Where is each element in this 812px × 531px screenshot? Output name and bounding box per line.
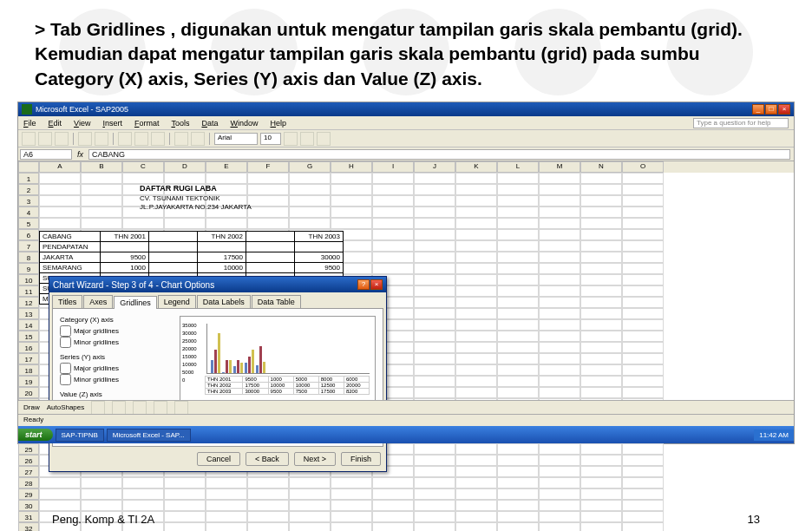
cell[interactable] [414,274,455,285]
cell[interactable] [164,488,206,500]
cell[interactable] [247,500,289,511]
cell[interactable] [622,353,664,364]
cell[interactable] [414,195,455,206]
cell[interactable] [81,500,122,511]
cell[interactable] [455,229,497,240]
cell[interactable] [372,195,414,206]
cell[interactable] [289,477,331,488]
cell[interactable] [539,466,580,477]
gridline-checkbox-label[interactable]: Minor gridlines [60,374,173,385]
cell[interactable] [539,252,580,263]
cell[interactable] [497,364,539,376]
cell[interactable] [580,331,622,342]
cell[interactable] [580,376,622,387]
cell[interactable] [372,229,414,240]
cell[interactable] [455,218,497,229]
cell[interactable] [414,342,455,353]
cell[interactable] [289,195,331,206]
cell[interactable] [39,195,81,206]
cell[interactable] [81,488,122,500]
col-header[interactable]: C [122,161,164,173]
cell[interactable] [81,218,122,229]
underline-icon[interactable] [317,132,331,146]
cell[interactable] [580,308,622,319]
cell[interactable] [580,195,622,206]
cell[interactable] [497,252,539,263]
cell[interactable] [580,477,622,488]
row-header[interactable]: 29 [18,488,39,500]
cell[interactable]: 9500 [295,263,344,273]
cell[interactable] [497,308,539,319]
cell[interactable] [539,184,580,195]
cell[interactable] [39,477,81,488]
row-header[interactable]: 10 [18,274,39,285]
menu-window[interactable]: Window [230,119,258,128]
cell[interactable] [539,364,580,376]
back-button[interactable]: < Back [246,452,289,466]
cell[interactable] [497,500,539,511]
cell[interactable] [455,500,497,511]
row-header[interactable]: 1 [18,173,39,184]
cell[interactable] [206,173,247,184]
cell[interactable] [580,466,622,477]
cell[interactable] [622,173,664,184]
cell[interactable] [39,488,81,500]
cell[interactable] [455,206,497,218]
cell[interactable] [414,206,455,218]
cell[interactable] [580,240,622,252]
save-icon[interactable] [55,132,69,146]
cell[interactable]: THN 2002 [198,232,246,242]
cell[interactable] [580,263,622,274]
cell[interactable] [289,500,331,511]
row-header[interactable]: 26 [18,455,39,466]
redo-icon[interactable] [191,132,205,146]
col-header[interactable]: B [81,161,122,173]
cell[interactable] [331,184,372,195]
cell[interactable] [497,387,539,398]
cell[interactable] [414,319,455,331]
row-header[interactable]: 31 [18,511,39,522]
gridline-checkbox[interactable] [60,374,71,385]
row-header[interactable]: 9 [18,263,39,274]
cell[interactable] [414,331,455,342]
cell[interactable] [39,184,81,195]
cell[interactable] [414,477,455,488]
row-header[interactable]: 30 [18,500,39,511]
row-header[interactable]: 17 [18,353,39,364]
cell[interactable] [580,443,622,455]
col-header[interactable]: H [331,161,372,173]
cell[interactable] [414,466,455,477]
cell[interactable] [539,308,580,319]
cell[interactable] [455,195,497,206]
cell[interactable]: 17500 [198,252,246,263]
cell[interactable] [247,173,289,184]
col-header[interactable]: L [497,161,539,173]
cell[interactable] [414,173,455,184]
cell[interactable] [580,285,622,297]
col-header[interactable]: J [414,161,455,173]
gridline-checkbox-label[interactable]: Major gridlines [60,363,173,374]
cell[interactable] [455,477,497,488]
cell[interactable] [414,353,455,364]
cell[interactable] [539,229,580,240]
cell[interactable] [247,218,289,229]
cell[interactable] [164,173,206,184]
gridline-checkbox[interactable] [60,337,71,348]
open-icon[interactable] [38,132,52,146]
cell[interactable] [580,173,622,184]
row-header[interactable]: 7 [18,240,39,252]
menu-edit[interactable]: Edit [49,119,62,128]
cell[interactable] [372,252,414,263]
preview-icon[interactable] [95,132,108,146]
cell[interactable] [414,263,455,274]
cell[interactable] [622,308,664,319]
cell[interactable] [580,184,622,195]
row-header[interactable]: 11 [18,285,39,297]
cell[interactable] [289,218,331,229]
cell[interactable] [414,229,455,240]
maximize-button[interactable]: □ [765,104,777,115]
cell[interactable] [206,488,247,500]
cell[interactable] [497,319,539,331]
cell[interactable] [539,218,580,229]
row-header[interactable]: 5 [18,218,39,229]
